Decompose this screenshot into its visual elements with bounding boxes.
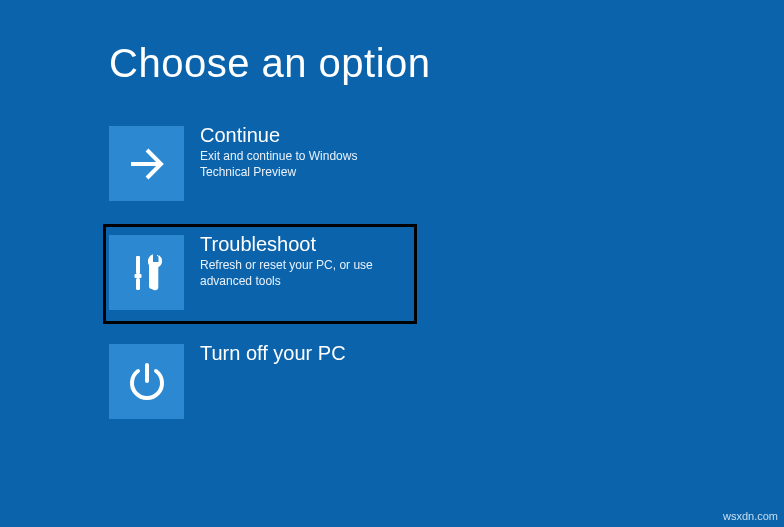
turnoff-option[interactable]: Turn off your PC (109, 344, 410, 419)
continue-title: Continue (200, 124, 410, 146)
watermark: wsxdn.com (723, 510, 778, 522)
turnoff-title: Turn off your PC (200, 342, 346, 364)
continue-desc: Exit and continue to Windows Technical P… (200, 149, 410, 180)
power-icon (109, 344, 184, 419)
troubleshoot-desc: Refresh or reset your PC, or use advance… (200, 258, 410, 289)
troubleshoot-text: Troubleshoot Refresh or reset your PC, o… (200, 235, 410, 289)
arrow-right-icon (109, 126, 184, 201)
svg-rect-4 (153, 254, 157, 262)
svg-rect-1 (136, 256, 140, 274)
page-title: Choose an option (109, 41, 431, 86)
tools-icon (109, 235, 184, 310)
svg-rect-3 (136, 278, 140, 290)
turnoff-text: Turn off your PC (200, 344, 346, 364)
troubleshoot-title: Troubleshoot (200, 233, 410, 255)
options-list: Continue Exit and continue to Windows Te… (109, 126, 410, 453)
continue-text: Continue Exit and continue to Windows Te… (200, 126, 410, 180)
svg-rect-2 (134, 274, 141, 278)
continue-option[interactable]: Continue Exit and continue to Windows Te… (109, 126, 410, 201)
troubleshoot-option[interactable]: Troubleshoot Refresh or reset your PC, o… (109, 235, 410, 310)
